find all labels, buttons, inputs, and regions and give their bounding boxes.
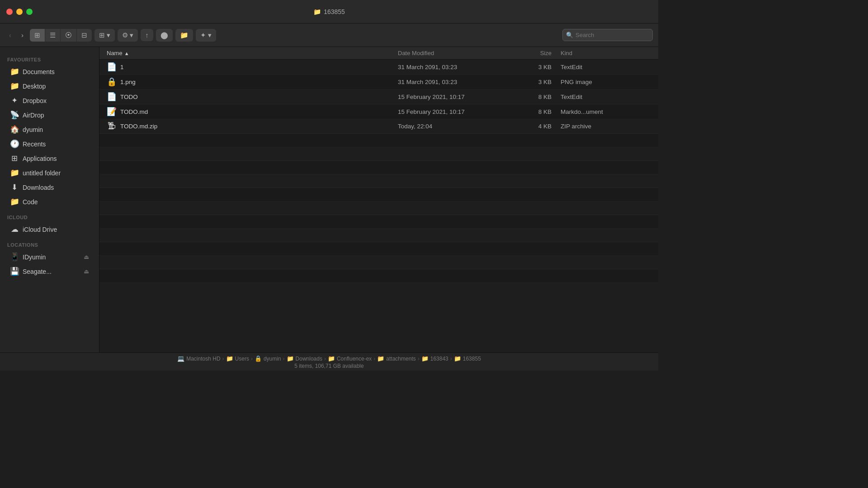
table-row[interactable]: 🔒 1.png 31 March 2091, 03:23 3 KB PNG im… xyxy=(99,75,658,89)
search-wrapper: 🔍 xyxy=(562,29,653,41)
sidebar-item-dyumin[interactable]: 🏠 dyumin xyxy=(3,122,96,136)
sidebar-item-label: AirDrop xyxy=(23,112,89,119)
dyumin-lock-icon: 🔒 xyxy=(255,355,262,362)
sidebar-item-label: iCloud Drive xyxy=(23,226,89,233)
file-name-cell: 🔒 1.png xyxy=(107,77,398,87)
main-area: Favourites 📁 Documents 📁 Desktop ✦ Dropb… xyxy=(0,47,658,352)
breadcrumb-163855[interactable]: 📁 163855 xyxy=(454,355,481,362)
breadcrumb-separator: › xyxy=(418,356,420,362)
file-kind: TextEdit xyxy=(561,64,651,70)
new-folder-button[interactable]: 📁 xyxy=(175,29,193,42)
sidebar-item-untitled-folder[interactable]: 📁 untitled folder xyxy=(3,166,96,180)
sidebar-item-label: Desktop xyxy=(23,83,89,90)
empty-row xyxy=(99,188,658,202)
breadcrumb-dyumin[interactable]: 🔒 dyumin xyxy=(255,355,281,362)
sidebar-item-downloads[interactable]: ⬇ Downloads xyxy=(3,180,96,194)
file-kind: PNG image xyxy=(561,79,651,85)
sidebar-item-label: Applications xyxy=(23,155,89,162)
view-columns-button[interactable]: ⦿ xyxy=(61,29,77,42)
breadcrumb-macintosh-hd[interactable]: 💻 Macintosh HD xyxy=(177,355,220,362)
breadcrumb-163843[interactable]: 📁 163843 xyxy=(421,355,448,362)
folder-icon: 📁 xyxy=(10,168,19,178)
confluence-folder-icon: 📁 xyxy=(328,355,335,362)
empty-row xyxy=(99,161,658,174)
action-button[interactable]: ⚙ ▾ xyxy=(118,29,138,42)
breadcrumb-confluence[interactable]: 📁 Confluence-ex xyxy=(328,355,372,362)
sidebar-item-airdrop[interactable]: 📡 AirDrop xyxy=(3,108,96,122)
eject-icon[interactable]: ⏏ xyxy=(84,268,89,275)
empty-row xyxy=(99,202,658,215)
breadcrumb-label: dyumin xyxy=(264,356,281,362)
group-button[interactable]: ⊞ ▾ xyxy=(94,29,115,42)
file-size: 8 KB xyxy=(515,94,561,100)
sidebar-item-label: Seagate... xyxy=(23,268,80,275)
file-type-icon: 🗜 xyxy=(107,122,117,131)
table-row[interactable]: 🗜 TODO.md.zip Today, 22:04 4 KB ZIP arch… xyxy=(99,119,658,134)
table-row[interactable]: 📄 TODO 15 February 2021, 10:17 8 KB Text… xyxy=(99,89,658,104)
share-button[interactable]: ↑ xyxy=(141,29,153,41)
file-size: 3 KB xyxy=(515,64,561,70)
airdrop-icon: 📡 xyxy=(10,110,19,120)
breadcrumb-label: Downloads xyxy=(296,356,322,362)
downloads-icon: ⬇ xyxy=(10,183,19,192)
back-button[interactable]: ‹ xyxy=(5,29,15,41)
view-list-button[interactable]: ☰ xyxy=(45,29,61,42)
file-size: 4 KB xyxy=(515,123,561,130)
breadcrumb-separator: › xyxy=(324,356,326,362)
sidebar-item-recents[interactable]: 🕐 Recents xyxy=(3,137,96,151)
sidebar-item-seagate[interactable]: 💾 Seagate... ⏏ xyxy=(3,264,96,278)
breadcrumb-label: Macintosh HD xyxy=(186,356,220,362)
file-type-icon: 📄 xyxy=(107,62,117,72)
icloud-section-label: iCloud xyxy=(0,209,99,222)
breadcrumb-separator: › xyxy=(251,356,253,362)
window-controls xyxy=(6,9,33,15)
minimize-button[interactable] xyxy=(16,9,23,15)
sidebar-item-code[interactable]: 📁 Code xyxy=(3,195,96,209)
empty-row xyxy=(99,215,658,229)
col-date-header[interactable]: Date Modified xyxy=(398,50,515,56)
close-button[interactable] xyxy=(6,9,13,15)
file-area: Name ▲ Date Modified Size Kind 📄 1 31 Ma… xyxy=(99,47,658,352)
tag-button[interactable]: ⬤ xyxy=(156,29,173,42)
window-title: 📁 163855 xyxy=(313,8,345,15)
file-name-cell: 🗜 TODO.md.zip xyxy=(107,122,398,131)
empty-row xyxy=(99,242,658,256)
maximize-button[interactable] xyxy=(26,9,33,15)
sidebar-item-applications[interactable]: ⊞ Applications xyxy=(3,151,96,165)
drive-icon: 💾 xyxy=(10,267,19,276)
downloads-folder-icon: 📁 xyxy=(287,355,294,362)
file-name-cell: 📄 1 xyxy=(107,62,398,72)
sidebar-item-dropbox[interactable]: ✦ Dropbox xyxy=(3,94,96,108)
file-kind: Markdo...ument xyxy=(561,108,651,115)
file-list: 📄 1 31 March 2091, 03:23 3 KB TextEdit 🔒… xyxy=(99,60,658,352)
sidebar-item-documents[interactable]: 📁 Documents xyxy=(3,65,96,79)
col-kind-header[interactable]: Kind xyxy=(561,50,651,56)
search-input[interactable] xyxy=(562,29,653,41)
sidebar-item-idyumin[interactable]: 📱 IDyumin ⏏ xyxy=(3,250,96,264)
locations-section-label: Locations xyxy=(0,237,99,249)
col-name-header[interactable]: Name ▲ xyxy=(107,50,398,56)
sidebar: Favourites 📁 Documents 📁 Desktop ✦ Dropb… xyxy=(0,47,99,352)
view-cover-button[interactable]: ⊟ xyxy=(77,29,92,42)
forward-button[interactable]: › xyxy=(18,29,27,41)
sidebar-item-icloud-drive[interactable]: ☁ iCloud Drive xyxy=(3,222,96,236)
breadcrumb-separator: › xyxy=(373,356,375,362)
phone-icon: 📱 xyxy=(10,252,19,262)
file-name-cell: 📄 TODO xyxy=(107,92,398,102)
table-row[interactable]: 📝 TODO.md 15 February 2021, 10:17 8 KB M… xyxy=(99,104,658,119)
view-icons-button[interactable]: ⊞ xyxy=(30,29,45,42)
breadcrumb-downloads[interactable]: 📁 Downloads xyxy=(287,355,322,362)
breadcrumb-separator: › xyxy=(283,356,285,362)
eject-icon[interactable]: ⏏ xyxy=(84,253,89,260)
code-folder-icon: 📁 xyxy=(10,197,19,206)
breadcrumb-users[interactable]: 📁 Users xyxy=(226,355,249,362)
col-size-header[interactable]: Size xyxy=(515,50,561,56)
file-date: 31 March 2091, 03:23 xyxy=(398,64,515,70)
empty-row xyxy=(99,229,658,242)
table-row[interactable]: 📄 1 31 March 2091, 03:23 3 KB TextEdit xyxy=(99,60,658,75)
macintosh-hd-icon: 💻 xyxy=(177,355,184,362)
dropbox-button[interactable]: ✦ ▾ xyxy=(196,29,216,42)
sidebar-item-desktop[interactable]: 📁 Desktop xyxy=(3,79,96,93)
file-name: TODO.md xyxy=(120,108,148,115)
breadcrumb-attachments[interactable]: 📁 attachments xyxy=(377,355,415,362)
